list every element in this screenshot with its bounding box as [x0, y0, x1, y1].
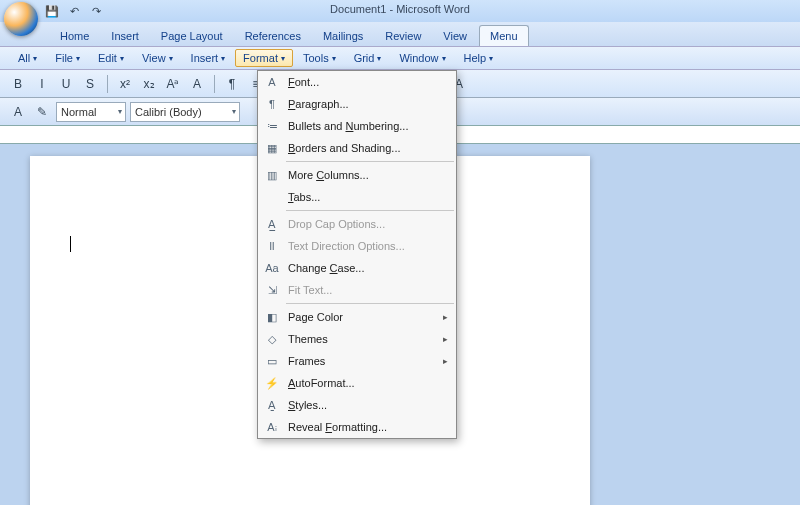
quick-access-toolbar: 💾 ↶ ↷: [44, 3, 104, 19]
menu-item-label: Text Direction Options...: [288, 240, 405, 252]
change-case-icon: Aa: [262, 260, 282, 276]
format-menu-frames[interactable]: ▭Frames▸: [258, 350, 456, 372]
menu-window[interactable]: Window▾: [391, 49, 453, 67]
toolbar-button-5[interactable]: x₂: [139, 74, 159, 94]
ribbon-tab-references[interactable]: References: [235, 26, 311, 46]
undo-icon[interactable]: ↶: [66, 3, 82, 19]
menu-item-label: Styles...: [288, 399, 327, 411]
ribbon-tab-review[interactable]: Review: [375, 26, 431, 46]
ribbon-tab-insert[interactable]: Insert: [101, 26, 149, 46]
toolbar-button-3[interactable]: S: [80, 74, 100, 94]
reveal-formatting-icon: Aᵢ: [262, 419, 282, 435]
font-selector[interactable]: Calibri (Body): [130, 102, 240, 122]
format-menu-borders-and-shading[interactable]: ▦Borders and Shading...: [258, 137, 456, 159]
toolbar-button-1[interactable]: I: [32, 74, 52, 94]
menu-insert[interactable]: Insert▾: [183, 49, 234, 67]
menu-separator: [286, 210, 454, 211]
menu-tools[interactable]: Tools▾: [295, 49, 344, 67]
bullets-and-numbering-icon: ≔: [262, 118, 282, 134]
menu-item-label: Page Color: [288, 311, 343, 323]
format-menu-paragraph[interactable]: ¶Paragraph...: [258, 93, 456, 115]
ribbon-tabs: HomeInsertPage LayoutReferencesMailingsR…: [0, 22, 800, 46]
style-icon[interactable]: A: [8, 102, 28, 122]
menu-item-label: Paragraph...: [288, 98, 349, 110]
menu-separator: [286, 303, 454, 304]
menu-all[interactable]: All▾: [10, 49, 45, 67]
menu-file[interactable]: File▾: [47, 49, 88, 67]
menu-item-label: More Columns...: [288, 169, 369, 181]
tabs-icon: [262, 189, 282, 205]
themes-icon: ◇: [262, 331, 282, 347]
menu-help[interactable]: Help▾: [456, 49, 502, 67]
ribbon-tab-menu[interactable]: Menu: [479, 25, 529, 46]
ribbon-tab-home[interactable]: Home: [50, 26, 99, 46]
format-menu-text-direction-options: llText Direction Options...: [258, 235, 456, 257]
submenu-arrow-icon: ▸: [443, 334, 448, 344]
format-menu-bullets-and-numbering[interactable]: ≔Bullets and Numbering...: [258, 115, 456, 137]
menu-view[interactable]: View▾: [134, 49, 181, 67]
format-menu-drop-cap-options: A̲Drop Cap Options...: [258, 213, 456, 235]
menu-item-label: AutoFormat...: [288, 377, 355, 389]
style-brush-icon[interactable]: ✎: [32, 102, 52, 122]
toolbar-button-6[interactable]: Aᵃ: [163, 74, 183, 94]
menu-item-label: Reveal Formatting...: [288, 421, 387, 433]
page-color-icon: ◧: [262, 309, 282, 325]
format-menu-fit-text: ⇲Fit Text...: [258, 279, 456, 301]
menu-item-label: Change Case...: [288, 262, 364, 274]
drop-cap-options-icon: A̲: [262, 216, 282, 232]
font-icon: A: [262, 74, 282, 90]
format-menu-font[interactable]: AFont...: [258, 71, 456, 93]
format-menu-dropdown: AFont...¶Paragraph...≔Bullets and Number…: [257, 70, 457, 439]
menu-item-label: Bullets and Numbering...: [288, 120, 408, 132]
window-title: Document1 - Microsoft Word: [330, 3, 470, 15]
menu-grid[interactable]: Grid▾: [346, 49, 390, 67]
toolbar-button-0[interactable]: B: [8, 74, 28, 94]
style-selector[interactable]: Normal: [56, 102, 126, 122]
menu-item-label: Drop Cap Options...: [288, 218, 385, 230]
more-columns-icon: ▥: [262, 167, 282, 183]
borders-and-shading-icon: ▦: [262, 140, 282, 156]
text-direction-options-icon: ll: [262, 238, 282, 254]
office-button[interactable]: [4, 2, 38, 36]
format-menu-styles[interactable]: A̱Styles...: [258, 394, 456, 416]
ribbon-tab-view[interactable]: View: [433, 26, 477, 46]
toolbar-separator: [107, 75, 108, 93]
styles-icon: A̱: [262, 397, 282, 413]
format-menu-autoformat[interactable]: ⚡AutoFormat...: [258, 372, 456, 394]
menu-item-label: Fit Text...: [288, 284, 332, 296]
menu-item-label: Tabs...: [288, 191, 320, 203]
format-menu-more-columns[interactable]: ▥More Columns...: [258, 164, 456, 186]
format-menu-tabs[interactable]: Tabs...: [258, 186, 456, 208]
format-menu-change-case[interactable]: AaChange Case...: [258, 257, 456, 279]
menu-item-label: Frames: [288, 355, 325, 367]
toolbar-button-4[interactable]: x²: [115, 74, 135, 94]
frames-icon: ▭: [262, 353, 282, 369]
format-menu-reveal-formatting[interactable]: AᵢReveal Formatting...: [258, 416, 456, 438]
toolbar-separator: [214, 75, 215, 93]
menu-bar: All▾File▾Edit▾View▾Insert▾Format▾Tools▾G…: [0, 46, 800, 70]
submenu-arrow-icon: ▸: [443, 356, 448, 366]
toolbar-button-8[interactable]: ¶: [222, 74, 242, 94]
menu-edit[interactable]: Edit▾: [90, 49, 132, 67]
ribbon-tab-mailings[interactable]: Mailings: [313, 26, 373, 46]
menu-format[interactable]: Format▾: [235, 49, 293, 67]
format-menu-page-color[interactable]: ◧Page Color▸: [258, 306, 456, 328]
menu-item-label: Themes: [288, 333, 328, 345]
submenu-arrow-icon: ▸: [443, 312, 448, 322]
menu-item-label: Font...: [288, 76, 319, 88]
redo-icon[interactable]: ↷: [88, 3, 104, 19]
ribbon-tab-page-layout[interactable]: Page Layout: [151, 26, 233, 46]
toolbar-button-2[interactable]: U: [56, 74, 76, 94]
text-cursor: [70, 236, 71, 252]
save-icon[interactable]: 💾: [44, 3, 60, 19]
toolbar-button-7[interactable]: A: [187, 74, 207, 94]
menu-item-label: Borders and Shading...: [288, 142, 401, 154]
title-bar: 💾 ↶ ↷ Document1 - Microsoft Word: [0, 0, 800, 22]
fit-text-icon: ⇲: [262, 282, 282, 298]
format-menu-themes[interactable]: ◇Themes▸: [258, 328, 456, 350]
menu-separator: [286, 161, 454, 162]
paragraph-icon: ¶: [262, 96, 282, 112]
autoformat-icon: ⚡: [262, 375, 282, 391]
